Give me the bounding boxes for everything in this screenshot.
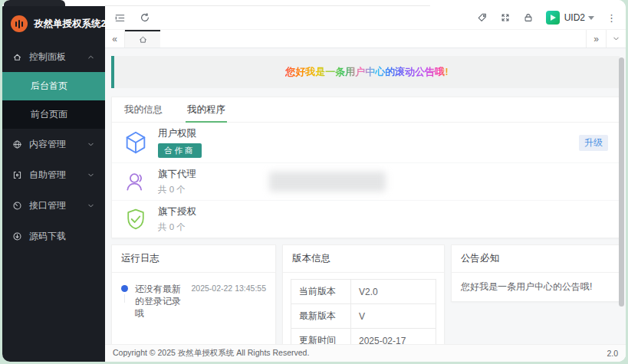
sidebar-item-api-management[interactable]: 接口管理 xyxy=(2,190,105,221)
tab-my-programs[interactable]: 我的程序 xyxy=(186,97,227,122)
page-content: 您好我是一条用户中心的滚动公告哦! 我的信息 我的程序 用户权限 xyxy=(105,48,626,344)
tabs-scroll-right-button[interactable]: » xyxy=(586,30,606,48)
sidebar-item-label: 内容管理 xyxy=(29,138,66,151)
sidebar-item-label: 自助管理 xyxy=(29,169,66,182)
caret-down-icon xyxy=(588,16,594,20)
item-count: 共 0 个 xyxy=(158,184,196,195)
panel-title: 公告必知 xyxy=(452,245,619,273)
app-title: 孜然单授权系统2.0 xyxy=(34,18,114,31)
background-window-remnant xyxy=(4,0,65,6)
table-row: 最新版本 V xyxy=(291,304,436,329)
timeline-dot-icon xyxy=(121,285,128,292)
scrolling-announcement-text: 您好我是一条用户中心的滚动公告哦! xyxy=(285,65,448,79)
notice-panel: 公告必知 您好我是一条用户中心的公告哦! xyxy=(451,244,620,302)
page-footer: Copyright © 2025 孜然单授权系统 All Rights Rese… xyxy=(105,344,626,362)
users-icon xyxy=(123,169,149,195)
sidebar-item-label: 源码下载 xyxy=(29,230,66,243)
user-dropdown[interactable]: UID2 xyxy=(564,12,594,23)
table-row: 更新时间 2025-02-17 xyxy=(291,329,436,345)
announcement-banner: 您好我是一条用户中心的滚动公告哦! xyxy=(111,56,620,88)
tabs-empty-space xyxy=(160,30,586,48)
sidebar: 孜然单授权系统2.0 控制面板 后台首页 前台页面 内容管理 xyxy=(2,6,105,362)
sidebar-item-content-management[interactable]: 内容管理 xyxy=(2,129,105,159)
version-info-panel: 版本信息 当前版本 V2.0 最新版本 xyxy=(282,244,445,344)
sidebar-item-source-download[interactable]: 源码下载 xyxy=(2,221,105,251)
divider xyxy=(105,5,430,6)
sidebar-subitem-frontend-page[interactable]: 前台页面 xyxy=(2,100,105,129)
sidebar-item-label: 接口管理 xyxy=(29,199,66,212)
profile-tabs: 我的信息 我的程序 xyxy=(112,97,619,123)
item-title: 旗下授权 xyxy=(158,205,196,218)
home-icon xyxy=(138,34,148,44)
bottom-panels: 运行日志 还没有最新的登录记录哦 2025-02-22 13:45:55 版本信… xyxy=(111,244,620,344)
globe-icon xyxy=(12,139,22,149)
version-row-label: 更新时间 xyxy=(291,329,351,345)
tabs-menu-button[interactable] xyxy=(606,30,626,48)
fold-menu-icon[interactable] xyxy=(114,12,126,24)
more-vertical-icon[interactable]: ⋮ xyxy=(607,12,616,24)
footer-version: 2.0 xyxy=(607,349,618,358)
version-row-value: V2.0 xyxy=(351,280,436,304)
chevron-up-icon xyxy=(87,53,95,61)
sidebar-item-control-panel[interactable]: 控制面板 xyxy=(2,41,105,72)
component-icon xyxy=(12,170,22,180)
run-log-panel: 运行日志 还没有最新的登录记录哦 2025-02-22 13:45:55 xyxy=(111,244,276,344)
copyright-text: Copyright © 2025 孜然单授权系统 All Rights Rese… xyxy=(113,348,309,359)
version-row-value: V xyxy=(351,304,436,329)
shield-check-icon xyxy=(123,206,149,232)
tag-icon[interactable] xyxy=(477,12,488,23)
log-entry: 还没有最新的登录记录哦 2025-02-22 13:45:55 xyxy=(112,273,275,330)
version-row-label: 最新版本 xyxy=(291,304,351,329)
item-count: 共 0 个 xyxy=(158,221,196,233)
list-item-sub-agents: 旗下代理 共 0 个 xyxy=(112,162,619,200)
app-window: 孜然单授权系统2.0 控制面板 后台首页 前台页面 内容管理 xyxy=(2,0,626,362)
chevron-down-icon xyxy=(87,171,95,179)
partner-badge: 合作商 xyxy=(158,143,202,158)
bar-chart-logo-icon xyxy=(11,15,28,32)
username-label: UID2 xyxy=(564,12,585,23)
upgrade-link[interactable]: 升级 xyxy=(579,135,608,151)
tab-bar: « » xyxy=(105,29,626,48)
version-table: 当前版本 V2.0 最新版本 V 更新时间 xyxy=(291,279,436,344)
item-title: 用户权限 xyxy=(158,127,202,140)
play-logo-icon xyxy=(551,15,556,21)
version-row-label: 当前版本 xyxy=(291,280,351,304)
profile-card: 我的信息 我的程序 用户权限 合作商 升级 xyxy=(111,97,620,238)
download-circle-icon xyxy=(12,231,22,241)
sidebar-item-selfservice-management[interactable]: 自助管理 xyxy=(2,159,105,190)
top-edge-strip xyxy=(2,0,626,6)
log-entry-text: 还没有最新的登录记录哦 xyxy=(135,283,185,320)
lock-icon[interactable] xyxy=(523,12,534,23)
tab-my-info[interactable]: 我的信息 xyxy=(123,97,164,122)
notice-body: 您好我是一条用户中心的公告哦! xyxy=(452,273,619,301)
app-logo: 孜然单授权系统2.0 xyxy=(2,6,105,41)
list-item-sub-authorizations: 旗下授权 共 0 个 xyxy=(112,200,619,238)
sidebar-subitem-backend-home[interactable]: 后台首页 xyxy=(2,72,105,100)
sidebar-item-label: 控制面板 xyxy=(29,51,66,64)
vertical-scrollbar[interactable] xyxy=(619,57,624,307)
gauge-icon xyxy=(12,201,22,211)
panel-title: 运行日志 xyxy=(112,245,275,273)
screenshot-frame: 孜然单授权系统2.0 控制面板 后台首页 前台页面 内容管理 xyxy=(0,0,628,364)
refresh-icon[interactable] xyxy=(140,12,150,23)
chevron-down-icon xyxy=(87,202,95,210)
chevron-down-icon xyxy=(87,140,95,149)
chevron-down-icon xyxy=(612,34,620,43)
log-entry-time: 2025-02-22 13:45:55 xyxy=(192,284,267,293)
fullscreen-icon[interactable] xyxy=(500,12,511,23)
tabs-scroll-left-button[interactable]: « xyxy=(105,30,125,48)
sidebar-submenu: 后台首页 前台页面 xyxy=(2,72,105,129)
toolbar: UID2 ⋮ xyxy=(105,6,626,29)
sidebar-menu: 控制面板 后台首页 前台页面 内容管理 自助管理 xyxy=(2,41,105,251)
panel-title: 版本信息 xyxy=(283,245,444,273)
user-avatar[interactable] xyxy=(546,11,560,25)
item-title: 旗下代理 xyxy=(158,168,196,181)
list-item-user-permission: 用户权限 合作商 升级 xyxy=(112,123,619,162)
tab-home[interactable] xyxy=(125,30,160,48)
home-icon xyxy=(12,52,22,62)
table-row: 当前版本 V2.0 xyxy=(291,280,436,304)
version-row-value: 2025-02-17 xyxy=(351,329,436,345)
cube-icon xyxy=(123,130,149,156)
main-area: UID2 ⋮ « » xyxy=(105,6,626,362)
